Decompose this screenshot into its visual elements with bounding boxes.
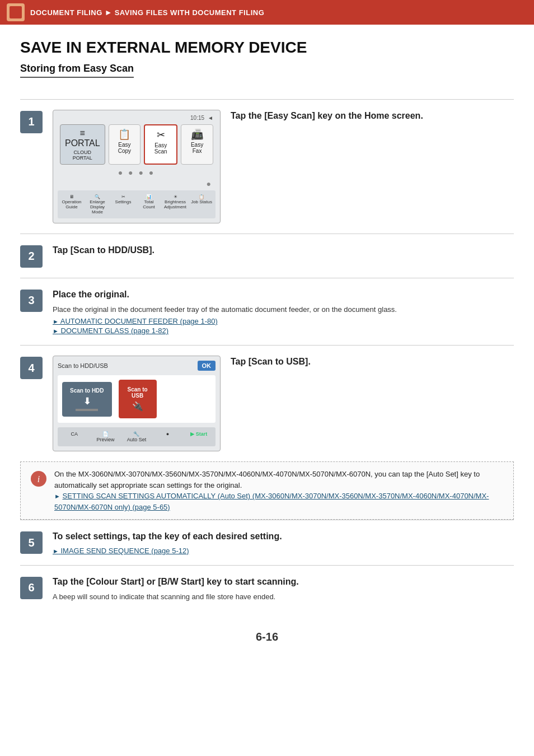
ca-btn[interactable]: CA — [60, 430, 89, 444]
note-content: On the MX-3060N/MX-3070N/MX-3560N/MX-357… — [54, 469, 504, 512]
step-4-device-screen: Scan to HDD/USB OK Scan to HDD ⬇ Scan to… — [53, 356, 221, 451]
hdd-bar — [76, 409, 98, 411]
enlarge-btn[interactable]: 🔍EnlargeDisplay Mode — [86, 193, 109, 216]
easy-copy-btn[interactable]: 📋 EasyCopy — [109, 124, 141, 165]
breadcrumb-arrow: ► — [105, 8, 113, 17]
header-bar: DOCUMENT FILING ► SAVING FILES WITH DOCU… — [0, 0, 534, 25]
page-number: 6-16 — [20, 631, 514, 652]
breadcrumb-part1: DOCUMENT FILING — [30, 8, 102, 17]
easy-scan-btn[interactable]: ✂ EasyScan — [144, 124, 177, 165]
device-topbar: 10:15 ◄ — [58, 115, 216, 121]
device-bottom-row: 🖥OperationGuide 🔍EnlargeDisplay Mode ✂Se… — [58, 190, 216, 218]
scan-screen-title: Scan to HDD/USB — [58, 362, 108, 369]
step-5-instruction: To select settings, tap the key of each … — [53, 530, 514, 543]
cloud-portal-btn[interactable]: ≡PORTAL CLOUDPORTAL — [60, 124, 105, 165]
note-box: i On the MX-3060N/MX-3070N/MX-3560N/MX-3… — [20, 461, 514, 520]
note-link[interactable]: SETTING SCAN SETTINGS AUTOMATICALLY (Aut… — [54, 492, 489, 511]
device-expand-icon: ◄ — [208, 115, 213, 121]
brightness-btn[interactable]: ☀BrightnessAdjustment — [163, 193, 188, 216]
dot-indicator: ● — [153, 430, 182, 444]
step-4-instruction-block: Tap [Scan to USB]. — [231, 356, 514, 371]
step-2-content: Tap [Scan to HDD/USB]. — [53, 244, 514, 260]
easy-copy-label: EasyCopy — [114, 142, 136, 154]
step-6-number: 6 — [20, 577, 43, 599]
step-3-content: Place the original. Place the original i… — [53, 288, 514, 335]
step-5-row: 5 To select settings, tap the key of eac… — [20, 520, 514, 564]
section-subtitle-block: Storing from Easy Scan — [20, 63, 514, 88]
easy-fax-icon: 📠 — [186, 128, 208, 141]
step-1-instruction: Tap the [Easy Scan] key on the Home scre… — [231, 110, 514, 122]
header-icon — [7, 3, 25, 21]
scan-bottom-bar: CA 📄Preview 🔧Auto Set ● ▶ Start — [58, 427, 216, 446]
step-4-row: 4 Scan to HDD/USB OK Scan to HDD ⬇ Scan … — [20, 345, 514, 461]
svg-text:i: i — [38, 474, 40, 484]
step-2-instruction: Tap [Scan to HDD/USB]. — [53, 244, 514, 256]
step-6-instruction: Tap the [Colour Start] or [B/W Start] ke… — [53, 576, 514, 588]
step-2-number: 2 — [20, 245, 43, 268]
step-3-number: 3 — [20, 290, 43, 312]
note-icon: i — [30, 470, 48, 488]
step-3-link-1[interactable]: ► AUTOMATIC DOCUMENT FEEDER (page 1-80) — [53, 317, 514, 325]
scan-to-hdd-btn[interactable]: Scan to HDD ⬇ — [62, 382, 112, 417]
start-btn[interactable]: ▶ Start — [184, 430, 213, 444]
scan-to-usb-btn[interactable]: Scan toUSB 🔌 — [119, 380, 157, 418]
step-4-number: 4 — [20, 357, 43, 379]
step-3-instruction: Place the original. — [53, 288, 514, 301]
step-6-content: Tap the [Colour Start] or [B/W Start] ke… — [53, 576, 514, 605]
note-text: On the MX-3060N/MX-3070N/MX-3560N/MX-357… — [54, 470, 480, 489]
header-icon-inner — [10, 6, 22, 18]
step-3-row: 3 Place the original. Place the original… — [20, 278, 514, 346]
device-icons-row: ≡PORTAL CLOUDPORTAL 📋 EasyCopy ✂ EasySca… — [58, 124, 216, 165]
preview-btn[interactable]: 📄Preview — [91, 430, 120, 444]
step-6-row: 6 Tap the [Colour Start] or [B/W Start] … — [20, 565, 514, 615]
note-link-arrow: ► — [54, 493, 60, 500]
device-nav-arrow: ● — [58, 179, 216, 188]
settings-btn[interactable]: ✂Settings — [111, 193, 135, 216]
step-5-content: To select settings, tap the key of each … — [53, 530, 514, 554]
step-3-links: ► AUTOMATIC DOCUMENT FEEDER (page 1-80) … — [53, 317, 514, 335]
step-5-number: 5 — [20, 531, 43, 554]
step-1-instruction-block: Tap the [Easy Scan] key on the Home scre… — [231, 110, 514, 125]
op-guide-btn[interactable]: 🖥OperationGuide — [60, 193, 83, 216]
step-5-links: ► IMAGE SEND SEQUENCE (page 5-12) — [53, 547, 514, 555]
auto-set-btn[interactable]: 🔧Auto Set — [122, 430, 151, 444]
section-subtitle: Storing from Easy Scan — [20, 63, 134, 78]
step-2-row: 2 Tap [Scan to HDD/USB]. — [20, 234, 514, 278]
device-dots: ● ● ● ● — [58, 168, 216, 177]
step-6-description: A beep will sound to indicate that scann… — [53, 591, 514, 603]
ok-button[interactable]: OK — [198, 361, 216, 371]
main-content: SAVE IN EXTERNAL MEMORY DEVICE Storing f… — [0, 25, 534, 673]
scan-hdd-label: Scan to HDD — [70, 388, 104, 394]
step-5-link-1[interactable]: ► IMAGE SEND SEQUENCE (page 5-12) — [53, 547, 514, 555]
total-count-btn[interactable]: 📊Total Count — [137, 193, 161, 216]
step-3-description: Place the original in the document feede… — [53, 304, 514, 315]
cloud-portal-label: CLOUDPORTAL — [65, 150, 100, 161]
breadcrumb-part2: SAVING FILES WITH DOCUMENT FILING — [115, 8, 265, 17]
easy-scan-icon: ✂ — [149, 129, 172, 141]
device-time: 10:15 — [190, 115, 204, 121]
easy-copy-icon: 📋 — [114, 128, 136, 141]
easy-fax-label: EasyFax — [186, 142, 208, 154]
step-1-row: 1 10:15 ◄ ≡PORTAL CLOUDPORTAL 📋 EasyCopy — [20, 99, 514, 234]
hdd-icon: ⬇ — [70, 396, 104, 407]
scan-screen-top: Scan to HDD/USB OK — [58, 361, 216, 371]
scan-usb-label: Scan toUSB — [128, 386, 148, 399]
easy-fax-btn[interactable]: 📠 EasyFax — [181, 124, 213, 165]
page-title: SAVE IN EXTERNAL MEMORY DEVICE — [20, 38, 514, 57]
job-status-btn[interactable]: 📋Job Status — [190, 193, 213, 216]
usb-icon: 🔌 — [128, 401, 148, 412]
step-4-instruction: Tap [Scan to USB]. — [231, 356, 514, 368]
step-1-number: 1 — [20, 111, 43, 133]
easy-scan-label: EasyScan — [149, 142, 172, 155]
scan-buttons-row: Scan to HDD ⬇ Scan toUSB 🔌 — [58, 375, 216, 423]
step-1-device-screen: 10:15 ◄ ≡PORTAL CLOUDPORTAL 📋 EasyCopy ✂… — [53, 110, 221, 223]
step-3-link-2[interactable]: ► DOCUMENT GLASS (page 1-82) — [53, 326, 514, 335]
